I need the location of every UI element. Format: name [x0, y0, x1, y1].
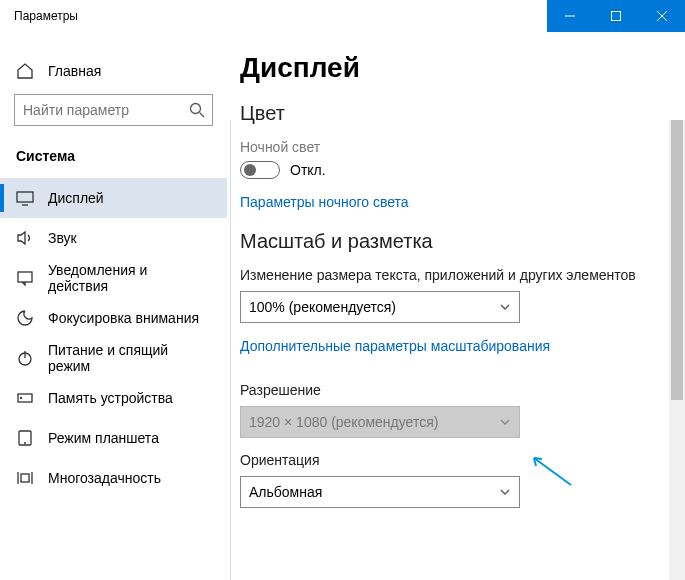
resolution-value: 1920 × 1080 (рекомендуется)	[249, 414, 438, 430]
scale-value: 100% (рекомендуется)	[249, 299, 396, 315]
page-title: Дисплей	[240, 52, 647, 84]
minimize-button[interactable]	[547, 0, 593, 32]
section-color: Цвет	[240, 102, 647, 125]
svg-rect-1	[612, 12, 621, 21]
search-icon	[188, 101, 206, 123]
sidebar-item-label: Память устройства	[48, 390, 173, 406]
svg-rect-6	[17, 192, 33, 202]
sidebar-item-notifications[interactable]: Уведомления и действия	[0, 258, 227, 298]
sidebar-item-label: Дисплей	[48, 190, 104, 206]
category-heading: Система	[0, 142, 227, 178]
window-title: Параметры	[0, 9, 547, 23]
home-label: Главная	[48, 63, 101, 79]
night-light-state: Откл.	[290, 162, 326, 178]
advanced-scale-link[interactable]: Дополнительные параметры масштабирования	[240, 338, 550, 354]
night-light-toggle[interactable]	[240, 161, 280, 179]
storage-icon	[16, 389, 34, 407]
svg-rect-8	[18, 272, 32, 282]
sidebar-item-display[interactable]: Дисплей	[0, 178, 227, 218]
notifications-icon	[16, 269, 34, 287]
sound-icon	[16, 229, 34, 247]
sidebar-item-label: Многозадачность	[48, 470, 161, 486]
orientation-field-label: Ориентация	[240, 452, 647, 468]
scrollbar[interactable]	[669, 120, 685, 580]
home-icon	[16, 62, 34, 80]
sidebar-item-label: Звук	[48, 230, 77, 246]
focus-icon	[16, 309, 34, 327]
resolution-field-label: Разрешение	[240, 382, 647, 398]
sidebar-item-label: Фокусировка внимания	[48, 310, 199, 326]
svg-line-5	[200, 113, 205, 118]
vertical-divider	[230, 120, 231, 580]
scrollbar-thumb[interactable]	[671, 120, 683, 400]
sidebar-item-multitask[interactable]: Многозадачность	[0, 458, 227, 498]
main-content: Дисплей Цвет Ночной свет Откл. Параметры…	[228, 32, 685, 580]
resolution-dropdown[interactable]: 1920 × 1080 (рекомендуется)	[240, 406, 520, 438]
sidebar-item-sound[interactable]: Звук	[0, 218, 227, 258]
sidebar-item-label: Режим планшета	[48, 430, 159, 446]
chevron-down-icon	[499, 416, 511, 428]
maximize-button[interactable]	[593, 0, 639, 32]
power-icon	[16, 349, 34, 367]
sidebar-item-storage[interactable]: Память устройства	[0, 378, 227, 418]
home-nav[interactable]: Главная	[0, 54, 227, 94]
sidebar-item-label: Питание и спящий режим	[48, 342, 211, 374]
sidebar-item-tablet[interactable]: Режим планшета	[0, 418, 227, 458]
sidebar-item-label: Уведомления и действия	[48, 262, 211, 294]
orientation-value: Альбомная	[249, 484, 322, 500]
scale-dropdown[interactable]: 100% (рекомендуется)	[240, 291, 520, 323]
chevron-down-icon	[499, 301, 511, 313]
scale-field-label: Изменение размера текста, приложений и д…	[240, 267, 647, 283]
night-light-label: Ночной свет	[240, 139, 647, 155]
orientation-dropdown[interactable]: Альбомная	[240, 476, 520, 508]
svg-rect-17	[21, 474, 29, 482]
svg-point-4	[191, 104, 201, 114]
tablet-icon	[16, 429, 34, 447]
title-bar: Параметры	[0, 0, 685, 32]
window-controls	[547, 0, 685, 32]
search-input[interactable]	[15, 95, 212, 125]
svg-point-12	[21, 398, 22, 399]
sidebar: Главная Система Дисплей Звук	[0, 32, 228, 580]
search-input-wrap[interactable]	[14, 94, 213, 126]
night-light-settings-link[interactable]: Параметры ночного света	[240, 194, 409, 210]
section-scale: Масштаб и разметка	[240, 230, 647, 253]
sidebar-item-focus[interactable]: Фокусировка внимания	[0, 298, 227, 338]
close-button[interactable]	[639, 0, 685, 32]
sidebar-item-power[interactable]: Питание и спящий режим	[0, 338, 227, 378]
display-icon	[16, 189, 34, 207]
chevron-down-icon	[499, 486, 511, 498]
multitask-icon	[16, 469, 34, 487]
